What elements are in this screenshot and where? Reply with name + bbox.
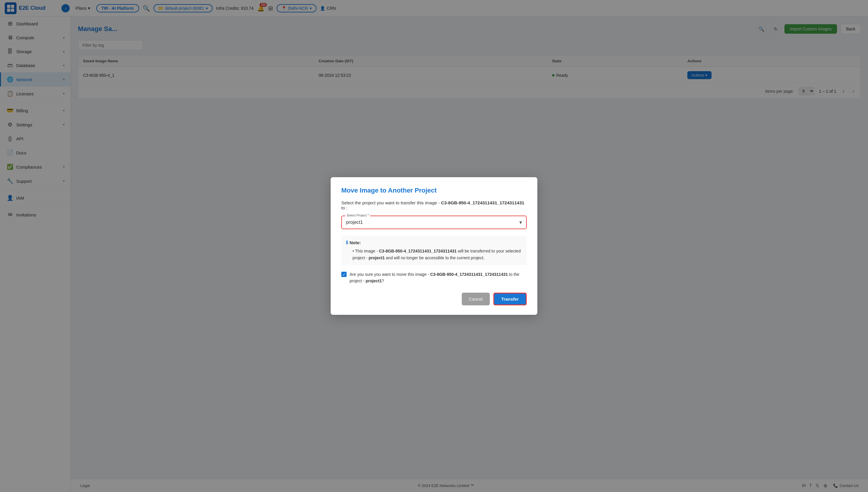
project-select-value: project1 bbox=[346, 220, 363, 225]
select-label: Select Project * bbox=[346, 214, 370, 217]
modal-subtitle-prefix: Select the project you want to transfer … bbox=[341, 200, 441, 205]
transfer-button[interactable]: Transfer bbox=[493, 293, 527, 305]
note-box: ℹ Note: • This image - C3-8GB-950-4_1724… bbox=[341, 236, 527, 265]
modal-image-name: C3-8GB-950-4_1724311431_1724311431 bbox=[441, 200, 524, 205]
info-icon: ℹ bbox=[346, 240, 348, 245]
select-chevron-icon: ▾ bbox=[519, 219, 522, 226]
note-header-text: Note: bbox=[350, 240, 361, 245]
project-select[interactable]: project1 ▾ bbox=[346, 219, 522, 226]
project-select-wrapper: Select Project * project1 ▾ bbox=[341, 216, 527, 229]
note-text: • This image - C3-8GB-950-4_1724311431_1… bbox=[353, 248, 522, 261]
modal-subtitle: Select the project you want to transfer … bbox=[341, 200, 527, 210]
modal-subtitle-suffix: to : bbox=[341, 205, 348, 210]
modal-overlay: Move Image to Another Project Select the… bbox=[0, 0, 868, 492]
confirm-label: Are you sure you want to move this image… bbox=[350, 271, 527, 285]
confirm-checkbox[interactable]: ✓ bbox=[341, 272, 347, 277]
modal-footer: Cancel Transfer bbox=[341, 293, 527, 305]
checkmark-icon: ✓ bbox=[342, 272, 346, 277]
note-header: ℹ Note: bbox=[346, 240, 522, 245]
note-content: This image - C3-8GB-950-4_1724311431_172… bbox=[353, 249, 521, 260]
move-image-modal: Move Image to Another Project Select the… bbox=[331, 177, 537, 315]
cancel-button[interactable]: Cancel bbox=[462, 293, 490, 305]
modal-title: Move Image to Another Project bbox=[341, 187, 527, 194]
confirm-checkbox-row: ✓ Are you sure you want to move this ima… bbox=[341, 271, 527, 285]
